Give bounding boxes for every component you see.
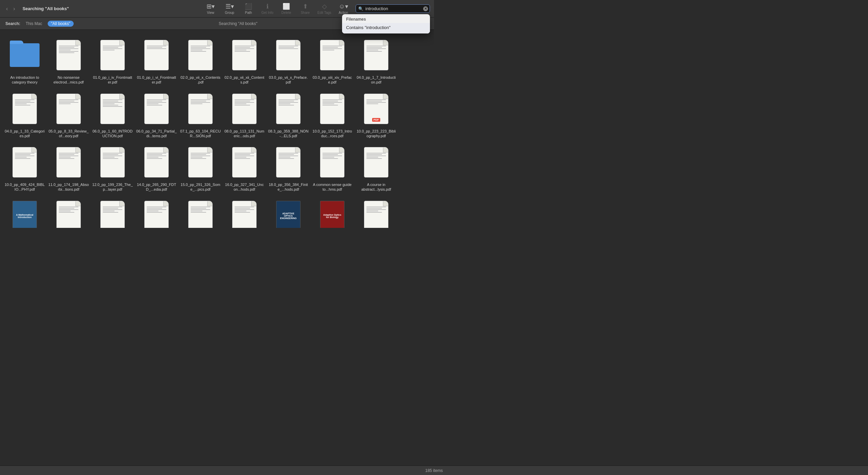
list-item[interactable]: An introduction to category theory xyxy=(3,34,47,88)
file-name: 05.0_pp_8_33_Review_of...eory.pdf xyxy=(48,129,89,139)
all-books-badge[interactable]: "All books" xyxy=(48,21,74,27)
file-name: A common sense guide to...hms.pdf xyxy=(312,182,353,192)
list-item[interactable]: 05.0_pp_8_33_Review_of...eory.pdf xyxy=(47,88,91,141)
list-item[interactable]: 02.0_pp_vii_xii_Contents.pdf xyxy=(222,34,266,88)
file-name: 01.0_pp_i_vi_Frontmatter.pdf xyxy=(136,75,177,85)
list-item[interactable]: 03.0_pp_xiii_xiv_Preface.pdf xyxy=(310,34,354,88)
window-title: Searching "All books" xyxy=(23,6,69,11)
file-name: 15.0_pp_291_326_Some_...pics.pdf xyxy=(180,182,221,192)
list-item[interactable]: 11.0_pp_174_198_Absorbi...tions.pdf xyxy=(47,141,91,195)
file-name: 10.0_pp_152_173_Introduc...rces.pdf xyxy=(312,129,353,139)
list-item[interactable]: 01.0_pp_i_vi_Frontmatter.pdf xyxy=(135,34,178,88)
list-item[interactable]: 02.0_pp_vii_x_Contents.pdf xyxy=(178,34,222,88)
info-icon: ℹ xyxy=(266,3,269,10)
list-item[interactable]: 10.0_pp_152_173_Introduc...rces.pdf xyxy=(310,88,354,141)
file-name: 18.0_pp_356_384_Finite_...hods.pdf xyxy=(268,182,309,192)
list-item[interactable]: 04.0_pp_1_7_Introduction.pdf xyxy=(354,34,398,88)
list-item[interactable]: A primer on infinitary logic.pdf xyxy=(91,195,135,228)
file-name: 04.0_pp_1_33_Categories.pdf xyxy=(4,129,45,139)
view-button[interactable]: ⊞▾ View xyxy=(204,3,217,15)
dropdown-section-title: Filenames xyxy=(342,14,430,23)
list-item[interactable]: 14.0_pp_265_290_FDTD_...edia.pdf xyxy=(135,141,178,195)
list-item[interactable]: 12.0_pp_199_236_The_p...layer.pdf xyxy=(91,141,135,195)
search-label: Search: xyxy=(5,21,20,26)
info-label: Get Info xyxy=(261,11,273,15)
file-name: 02.0_pp_vii_x_Contents.pdf xyxy=(180,75,221,85)
list-item[interactable]: 06.0_pp_1_60_INTRODUCTION.pdf xyxy=(91,88,135,141)
tags-label: Edit Tags xyxy=(317,11,331,15)
list-item[interactable]: 08.3_pp_359_388_NON-...ELS.pdf xyxy=(266,88,310,141)
file-name: 10.0_pp_409_424_BIBLIO...PHY.pdf xyxy=(4,182,45,192)
file-name: 11.0_pp_174_198_Absorbi...tions.pdf xyxy=(48,182,89,192)
list-item[interactable]: A Mathematical Introduction A mathematic… xyxy=(3,195,47,228)
toolbar: ‹ › Searching "All books" ⊞▾ View ☰▾ Gro… xyxy=(0,0,434,18)
file-name: 07.1_pp_63_104_RECUR...SION.pdf xyxy=(180,129,221,139)
search-dropdown: Filenames Contains "introduction" xyxy=(342,14,430,33)
list-item[interactable]: 01.0_pp_i_iv_Frontmatter.pdf xyxy=(91,34,135,88)
view-icon: ⊞▾ xyxy=(207,3,215,10)
list-item[interactable]: 18.0_pp_356_384_Finite_...hods.pdf xyxy=(266,141,310,195)
list-item[interactable]: 08.0_pp_113_131_Numeric...ods.pdf xyxy=(222,88,266,141)
this-mac-button[interactable]: This Mac xyxy=(23,21,45,27)
file-name: 03.0_pp_xiii_xiv_Preface.pdf xyxy=(312,75,353,85)
action-button[interactable]: ☺▾ Action xyxy=(337,3,350,15)
file-grid: An introduction to category theory No no… xyxy=(0,30,434,228)
file-name: A course in abstract...lysis.pdf xyxy=(356,182,396,192)
list-item[interactable]: 16.0_pp_327_341_Uncon...hods.pdf xyxy=(222,141,266,195)
delete-button[interactable]: ⬜ Delete xyxy=(280,3,293,15)
list-item[interactable]: A student's guide to waves.pdf xyxy=(222,195,266,228)
list-item[interactable]: A student's guide to fourie...rms.pdf xyxy=(178,195,222,228)
search-clear-button[interactable]: ✕ xyxy=(423,6,428,11)
file-name: An introduction to category theory xyxy=(4,75,45,85)
file-name: 16.0_pp_327_341_Uncon...hods.pdf xyxy=(224,182,265,192)
group-button[interactable]: ☰▾ Group xyxy=(223,3,236,15)
delete-icon: ⬜ xyxy=(283,3,290,10)
list-item[interactable]: Admissible sets and stru...eory.pdf xyxy=(354,195,398,228)
list-item[interactable]: No nonsense electrod...mics.pdf xyxy=(47,34,91,88)
action-icon: ☺▾ xyxy=(339,3,348,10)
list-item[interactable]: PDF 10.0_pp_223_223_Bibliography.pdf xyxy=(354,88,398,141)
file-name: 08.0_pp_113_131_Numeric...ods.pdf xyxy=(224,129,265,139)
path-button[interactable]: ⬛ Path xyxy=(242,3,255,15)
edit-tags-button[interactable]: ◇ Edit Tags xyxy=(317,3,331,15)
list-item[interactable]: A course in abstract...lysis.pdf xyxy=(354,141,398,195)
file-name: 04.0_pp_1_7_Introduction.pdf xyxy=(356,75,396,85)
list-item[interactable]: A new introduc...ogic.pdf xyxy=(47,195,91,228)
list-item[interactable]: 04.0_pp_1_33_Categories.pdf xyxy=(3,88,47,141)
file-name: 12.0_pp_199_236_The_p...layer.pdf xyxy=(92,182,133,192)
get-info-button[interactable]: ℹ Get Info xyxy=(261,3,274,15)
path-icon: ⬛ xyxy=(245,3,252,10)
search-bar-subtitle: Searching "All books" xyxy=(219,21,258,26)
share-button[interactable]: ⬆ Share xyxy=(298,3,312,15)
group-icon: ☰▾ xyxy=(225,3,234,10)
list-item[interactable]: 07.1_pp_63_104_RECUR...SION.pdf xyxy=(178,88,222,141)
list-item[interactable]: 03.0_pp_vii_x_Preface.pdf xyxy=(266,34,310,88)
file-name: 14.0_pp_265_290_FDTD_...edia.pdf xyxy=(136,182,177,192)
view-label: View xyxy=(207,11,214,15)
file-name: 02.0_pp_vii_xii_Contents.pdf xyxy=(224,75,265,85)
group-label: Group xyxy=(225,11,234,15)
file-name: 03.0_pp_vii_x_Preface.pdf xyxy=(268,75,309,85)
list-item[interactable]: A common sense guide to...hms.pdf xyxy=(310,141,354,195)
file-name: 06.0_pp_1_60_INTRODUCTION.pdf xyxy=(92,129,133,139)
tags-icon: ◇ xyxy=(322,3,327,10)
file-name: No nonsense electrod...mics.pdf xyxy=(48,75,89,85)
file-name: 01.0_pp_i_iv_Frontmatter.pdf xyxy=(92,75,133,85)
list-item[interactable]: 10.0_pp_409_424_BIBLIO...PHY.pdf xyxy=(3,141,47,195)
search-input[interactable] xyxy=(356,4,430,13)
list-item[interactable]: ADAPTIVE OPTICS ENGINEERING Adaptive opt… xyxy=(266,195,310,228)
list-item[interactable]: A short introduc...ogic.pdf xyxy=(135,195,178,228)
share-label: Share xyxy=(301,11,310,15)
delete-label: Delete xyxy=(282,11,291,15)
forward-button[interactable]: › xyxy=(11,4,17,13)
file-name: 10.0_pp_223_223_Bibliography.pdf xyxy=(356,129,396,139)
share-icon: ⬆ xyxy=(303,3,308,10)
list-item[interactable]: Adaptive Optics for Biology Adaptive opt… xyxy=(310,195,354,228)
file-name: 08.3_pp_359_388_NON-...ELS.pdf xyxy=(268,129,309,139)
list-item[interactable]: 06.0_pp_34_71_Partial_di...tems.pdf xyxy=(135,88,178,141)
search-icon-left: 🔍 xyxy=(358,6,363,11)
path-label: Path xyxy=(245,11,252,15)
dropdown-item-contains[interactable]: Contains "introduction" xyxy=(342,23,430,33)
back-button[interactable]: ‹ xyxy=(4,4,10,13)
list-item[interactable]: 15.0_pp_291_326_Some_...pics.pdf xyxy=(178,141,222,195)
